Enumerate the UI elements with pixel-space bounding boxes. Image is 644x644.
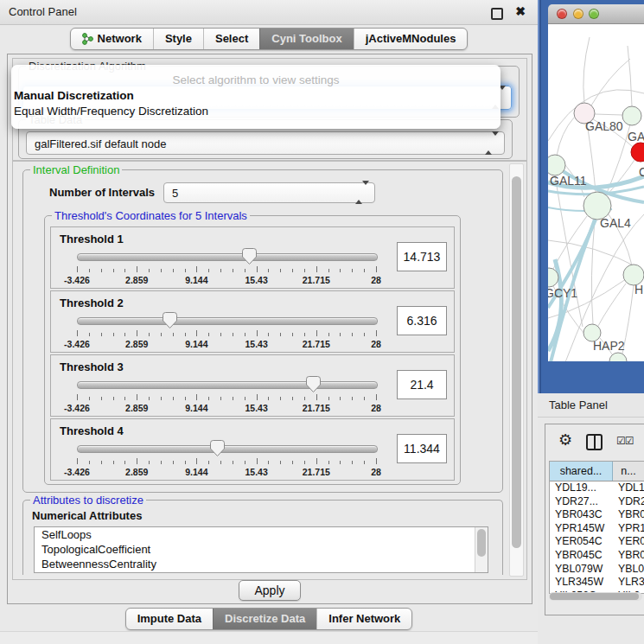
network-node[interactable] xyxy=(548,155,565,175)
tab-label: Infer Network xyxy=(328,609,400,629)
network-node-label: GAL11 xyxy=(550,174,587,188)
table-row[interactable]: YLR345WYLR3 xyxy=(550,576,644,590)
cell-shared-name[interactable]: YDR27... xyxy=(550,495,613,509)
attribute-list-item[interactable]: TopologicalCoefficient xyxy=(35,542,488,557)
network-window-titlebar[interactable] xyxy=(548,4,644,24)
slider-scale-labels: -3.4262.8599.14415.4321.71528 xyxy=(77,339,376,349)
scale-tick-label: 28 xyxy=(371,339,381,349)
slider-track[interactable] xyxy=(77,317,378,325)
network-edge[interactable] xyxy=(583,37,590,103)
network-view-canvas[interactable]: GAL80GALCGAL11GAL4GCY1HHAP2 xyxy=(548,24,644,361)
table-data-combobox[interactable]: galFiltered.sif default node xyxy=(26,131,505,155)
network-edge[interactable] xyxy=(628,46,632,106)
cell-shared-name[interactable]: YBR045C xyxy=(550,549,613,563)
threshold-value-field[interactable]: 21.4 xyxy=(397,370,447,399)
slider-track[interactable] xyxy=(77,253,378,261)
cell-name[interactable]: YBR0 xyxy=(613,549,644,563)
table-row[interactable]: YPR145WYPR1 xyxy=(550,522,644,536)
table-horizontal-scrollbar[interactable] xyxy=(549,592,642,601)
cell-shared-name[interactable]: YDL19... xyxy=(550,481,613,495)
columns-icon[interactable] xyxy=(586,434,603,450)
network-edge[interactable] xyxy=(587,123,596,192)
table-row[interactable]: YDR27...YDR2 xyxy=(550,495,644,509)
scrollbar-thumb[interactable] xyxy=(550,593,639,600)
close-icon[interactable]: ✖ xyxy=(515,4,526,18)
table-row[interactable]: YBR043CYBR0 xyxy=(550,508,644,522)
cell-shared-name[interactable]: YLR345W xyxy=(550,576,613,590)
table-row[interactable]: YER054CYER0 xyxy=(550,535,644,549)
gear-icon[interactable]: ⚙ xyxy=(558,431,572,449)
cell-shared-name[interactable]: YBR043C xyxy=(550,508,613,522)
dropdown-option-manual-discretization[interactable]: Manual Discretization xyxy=(14,89,501,102)
threshold-slider[interactable]: -3.4262.8599.14415.4321.71528 xyxy=(77,376,376,414)
cell-shared-name[interactable]: YPR145W xyxy=(550,522,613,536)
slider-thumb[interactable] xyxy=(242,248,257,265)
threshold-value-field[interactable]: 11.344 xyxy=(397,434,447,463)
cell-shared-name[interactable]: YBL079W xyxy=(550,563,613,577)
network-edge[interactable] xyxy=(591,59,630,105)
table-header-row: shared... n... xyxy=(550,462,644,481)
scale-tick-label: 15.43 xyxy=(245,403,267,413)
dropdown-option-equal-width[interactable]: Equal Width/Frequency Discretization xyxy=(14,105,501,118)
cell-name[interactable]: YBR0 xyxy=(613,508,644,522)
network-edge[interactable] xyxy=(598,284,626,326)
threshold-value-field[interactable]: 14.713 xyxy=(397,242,447,271)
apply-row: Apply xyxy=(8,580,532,603)
tab-jactivemnodules[interactable]: jActiveMNodules xyxy=(354,29,468,49)
scrollbar-thumb[interactable] xyxy=(512,176,521,548)
slider-thumb[interactable] xyxy=(163,312,177,328)
zoom-traffic-light[interactable] xyxy=(589,9,599,19)
network-edge[interactable] xyxy=(595,114,622,115)
apply-button[interactable]: Apply xyxy=(239,580,301,601)
number-of-intervals-combobox[interactable]: 5 xyxy=(163,182,375,203)
cell-shared-name[interactable]: YER054C xyxy=(550,535,613,549)
slider-scale-labels: -3.4262.8599.14415.4321.71528 xyxy=(77,467,376,477)
tab-cyni-toolbox[interactable]: Cyni Toolbox xyxy=(259,29,353,49)
scrollbar-thumb[interactable] xyxy=(477,529,486,557)
network-edge[interactable] xyxy=(591,220,595,324)
tab-impute-data[interactable]: Impute Data xyxy=(126,609,213,629)
cell-name[interactable]: YDR2 xyxy=(613,495,644,509)
tab-select[interactable]: Select xyxy=(203,29,259,49)
cell-name[interactable]: YER0 xyxy=(613,535,644,549)
close-traffic-light[interactable] xyxy=(557,9,567,19)
tab-network[interactable]: Network xyxy=(71,29,153,49)
settings-vertical-scrollbar[interactable] xyxy=(509,163,524,577)
float-window-icon[interactable] xyxy=(491,8,503,20)
tab-style[interactable]: Style xyxy=(153,29,203,49)
cell-name[interactable]: YLR3 xyxy=(613,576,644,590)
table-row[interactable]: YBR045CYBR0 xyxy=(550,549,644,563)
attribute-list-item[interactable]: BetweennessCentrality xyxy=(35,557,488,571)
dropdown-placeholder-item[interactable]: Select algorithm to view settings xyxy=(11,65,501,86)
threshold-label: Threshold 2 xyxy=(60,296,124,309)
cell-name[interactable]: YDL1 xyxy=(613,481,644,495)
attribute-list-item[interactable]: SelfLoops xyxy=(35,527,488,542)
cell-name[interactable]: YPR1 xyxy=(613,522,644,536)
slider-thumb[interactable] xyxy=(210,440,225,456)
slider-track[interactable] xyxy=(77,445,378,453)
threshold-slider[interactable]: -3.4262.8599.14415.4321.71528 xyxy=(77,440,376,478)
network-edge[interactable] xyxy=(557,118,574,156)
tab-discretize-data[interactable]: Discretize Data xyxy=(213,609,316,629)
list-scrollbar[interactable] xyxy=(475,527,488,572)
network-node[interactable] xyxy=(631,143,644,162)
select-columns-checkboxes-icon[interactable]: ☑☑ xyxy=(616,435,634,447)
column-header-shared-name[interactable]: shared... xyxy=(550,462,613,481)
slider-thumb[interactable] xyxy=(306,376,321,392)
table-row[interactable]: YBL079WYBL0 xyxy=(550,563,644,577)
cell-name[interactable]: YBL0 xyxy=(613,563,644,577)
network-edge[interactable] xyxy=(555,175,583,327)
threshold-slider[interactable]: -3.4262.8599.14415.4321.71528 xyxy=(77,248,376,286)
scale-tick-label: 21.715 xyxy=(303,403,330,413)
threshold-slider[interactable]: -3.4262.8599.14415.4321.71528 xyxy=(77,312,376,350)
table-row[interactable]: YDL19...YDL1 xyxy=(550,481,644,495)
threshold-value-field[interactable]: 6.316 xyxy=(397,306,447,335)
network-node[interactable] xyxy=(622,106,641,125)
network-node-label: GCY1 xyxy=(548,286,577,300)
table-panel-title: Table Panel xyxy=(549,393,608,417)
minimize-traffic-light[interactable] xyxy=(573,9,583,19)
slider-track[interactable] xyxy=(77,381,378,389)
tab-group: Impute Data Discretize Data Infer Networ… xyxy=(125,608,413,630)
tab-infer-network[interactable]: Infer Network xyxy=(316,609,411,629)
column-header-name[interactable]: n... xyxy=(613,462,644,481)
